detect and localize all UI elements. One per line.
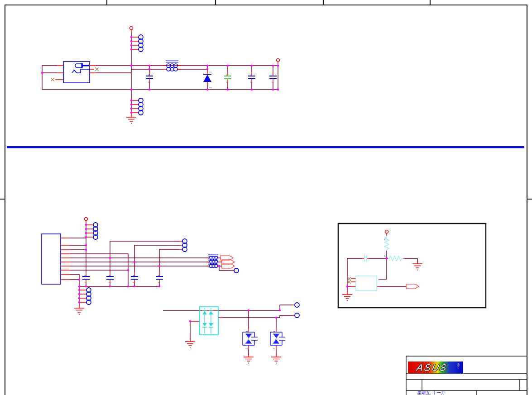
- off-page-flags: [220, 256, 235, 268]
- capacitor: [146, 72, 153, 83]
- tvs-capacitor-module: [270, 328, 285, 350]
- io-terminal: [295, 313, 299, 318]
- connector-filter-circuit: [42, 218, 239, 314]
- resistor-pack-lower: [139, 98, 143, 115]
- resistor-pack-upper: [139, 35, 143, 52]
- capacitor: [269, 72, 277, 83]
- detail-circuit-box: 1 2: [338, 224, 486, 308]
- svg-text:1: 1: [384, 238, 387, 240]
- capacitor: [131, 272, 138, 284]
- junction-dots: [41, 36, 279, 114]
- ground-symbol: [271, 354, 281, 363]
- no-connect-x: [347, 277, 351, 281]
- power-terminal: [385, 230, 388, 233]
- net-wires: [347, 251, 417, 292]
- inner-border: [5, 5, 527, 395]
- capacitor: [248, 72, 255, 83]
- transformer: [208, 254, 218, 268]
- pin-stubs: [55, 30, 278, 113]
- no-connect-x: [51, 78, 54, 81]
- component-box: [356, 276, 377, 290]
- dc-power-jack: [63, 62, 90, 83]
- power-terminal: [277, 59, 280, 62]
- power-input-circuit: 1 2: [41, 27, 280, 124]
- power-terminal: [130, 27, 133, 30]
- title-block: ASUS ® 星期五, 十一月: [406, 356, 527, 395]
- ground-symbol: [74, 305, 84, 314]
- svg-text:2: 2: [209, 87, 212, 89]
- diode-bridge: [200, 307, 218, 335]
- asus-logo-text: ASUS: [414, 362, 448, 373]
- tvs-capacitor-module: [243, 328, 258, 350]
- power-terminal: [85, 218, 88, 221]
- asus-logo: ASUS ®: [408, 362, 463, 373]
- svg-text:2: 2: [384, 255, 387, 257]
- no-connect-x: [347, 280, 351, 284]
- esd-protection-circuit: [163, 303, 299, 363]
- ground-symbol: [244, 354, 254, 363]
- capacitor: [106, 272, 114, 284]
- ground-symbol: [126, 114, 136, 124]
- capacitor-green: [224, 72, 231, 83]
- junction-dots: [78, 224, 220, 303]
- no-connect-x: [95, 67, 99, 71]
- net-wires: [42, 33, 278, 114]
- capacitor: [156, 272, 163, 284]
- zone-tick-marks: [0, 0, 532, 199]
- resistor-horizontal: [388, 256, 403, 261]
- registered-mark: ®: [457, 363, 460, 367]
- connector-box: [42, 234, 61, 284]
- junction-dots: [189, 309, 281, 322]
- date-text: 星期五, 十一月: [417, 390, 445, 395]
- off-page-flag: [406, 284, 419, 289]
- io-terminal: [295, 303, 299, 307]
- capacitor: [82, 272, 90, 284]
- ground-symbol: [185, 338, 195, 348]
- svg-text:1: 1: [209, 71, 212, 73]
- capacitor-horizontal: [364, 255, 367, 262]
- ground-symbol: [342, 291, 352, 301]
- drawing-frame: [0, 0, 532, 395]
- resistor-pack-lower: [86, 288, 91, 305]
- resistor-pack-upper: [93, 223, 98, 239]
- section-divider-line: [7, 146, 524, 148]
- net-wires: [163, 305, 292, 355]
- schematic-canvas: 1 2 1 2 1 2: [0, 0, 532, 395]
- schematic-sheet: 1 2 1 2 1 2: [0, 0, 532, 395]
- ground-symbol: [412, 261, 422, 270]
- detail-box-border: [338, 224, 486, 308]
